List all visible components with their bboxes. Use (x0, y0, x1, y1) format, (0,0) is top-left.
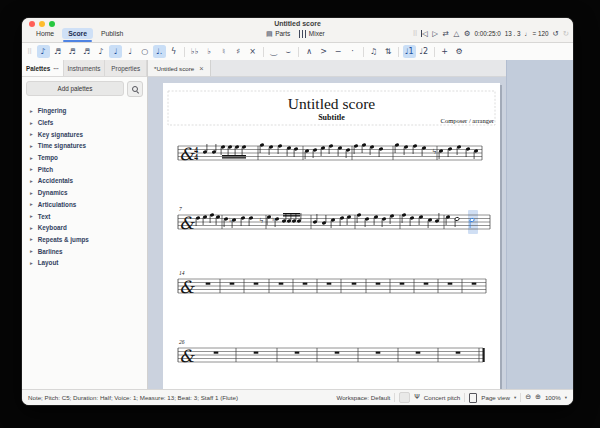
view-mode-selector[interactable]: Page view (481, 394, 510, 401)
palette-item-text[interactable]: ▸Text (22, 210, 147, 222)
tenuto-button[interactable]: − (332, 45, 345, 58)
toolbar-separator (184, 47, 185, 57)
palette-item-barlines[interactable]: ▸Barlines (22, 245, 147, 257)
palette-item-layout[interactable]: ▸Layout (22, 257, 147, 269)
sharp-button[interactable]: ♯ (232, 45, 245, 58)
zoom-out-button[interactable]: ⊖ (525, 394, 531, 401)
score-canvas[interactable]: Untitled scoreSubtitleComposer / arrange… (148, 77, 508, 391)
flip-direction-button[interactable]: ⇅ (382, 45, 395, 58)
customize-toolbar-button[interactable]: + (438, 45, 451, 58)
sixty-fourth-note-button[interactable]: ♬ (51, 45, 64, 58)
drag-handle-icon[interactable]: ⠿ (27, 48, 31, 56)
flat-button[interactable]: ♭ (203, 45, 216, 58)
tab-score[interactable]: Score (62, 28, 93, 39)
marcato-button[interactable]: ∧ (303, 45, 316, 58)
eighth-note-button[interactable]: ♪ (95, 45, 108, 58)
palette-item-dynamics[interactable]: ▸Dynamics (22, 187, 147, 199)
palette-item-repeats-jumps[interactable]: ▸Repeats & jumps (22, 234, 147, 246)
palette-item-articulations[interactable]: ▸Articulations (22, 199, 147, 211)
palette-item-label: Key signatures (38, 131, 83, 138)
treble-clef: & (179, 346, 195, 366)
chevron-down-icon: ▾ (565, 395, 567, 400)
slur-button[interactable]: ⌣ (282, 45, 295, 58)
thirty-second-note-button[interactable]: ♬ (66, 45, 79, 58)
palette-item-accidentals[interactable]: ▸Accidentals (22, 175, 147, 187)
tempo-display[interactable]: ♩ = 120 (524, 30, 548, 37)
natural-button[interactable]: ♮ (217, 45, 230, 58)
note-input-settings-button[interactable]: ⚙ (453, 45, 466, 58)
measure-number: 14 (179, 270, 185, 276)
playback-settings-button[interactable]: ⚙ (464, 30, 471, 38)
parts-label: Parts (275, 30, 290, 37)
selection-status-text: Note; Pitch: C5; Duration: Half; Voice: … (28, 394, 238, 401)
palette-item-pitch[interactable]: ▸Pitch (22, 163, 147, 175)
panel-tab-properties[interactable]: Properties (105, 60, 147, 76)
palette-item-key-signatures[interactable]: ▸Key signatures (22, 128, 147, 140)
palette-item-time-signatures[interactable]: ▸Time signatures (22, 140, 147, 152)
concert-pitch-toggle[interactable]: Concert pitch (424, 394, 460, 401)
zoom-in-button[interactable]: ⊕ (535, 394, 541, 401)
palette-item-tempo[interactable]: ▸Tempo (22, 152, 147, 164)
score-background-strip (506, 60, 573, 390)
mixer-label: Mixer (309, 30, 325, 37)
chevron-right-icon: ▸ (30, 120, 33, 126)
chevron-right-icon: ▸ (30, 260, 33, 266)
parts-button[interactable]: ▤ Parts (266, 30, 290, 38)
score-page[interactable] (163, 83, 500, 391)
tie-button[interactable]: ‿ (267, 45, 280, 58)
staccato-button[interactable]: · (346, 45, 359, 58)
title-bar: Untitled score HomeScorePublish ▤ Parts … (22, 18, 573, 43)
panel-tab-label: Properties (111, 65, 140, 72)
whole-rest (376, 352, 381, 354)
palette-item-keyboard[interactable]: ▸Keyboard (22, 222, 147, 234)
more-options-icon[interactable]: ··· (53, 65, 59, 72)
whole-rest (206, 283, 211, 285)
rewind-button[interactable]: ◁ (421, 30, 428, 38)
panel-tab-instruments[interactable]: Instruments (64, 60, 106, 76)
metronome-button[interactable]: △ (453, 30, 459, 38)
play-button[interactable]: ▷ (432, 30, 438, 38)
tab-publish[interactable]: Publish (95, 28, 129, 39)
search-palettes-button[interactable] (127, 81, 143, 97)
voice-1-button[interactable]: ♩1 (403, 45, 416, 58)
workspace-selector[interactable]: Workspace: Default (336, 394, 390, 401)
palette-item-label: Layout (38, 259, 59, 266)
double-sharp-button[interactable]: × (246, 45, 259, 58)
loop-playback-button[interactable]: ⇄ (443, 30, 449, 38)
mixer-button[interactable]: Mixer (299, 30, 324, 38)
whole-note-button[interactable]: ○ (138, 45, 151, 58)
accent-button[interactable]: > (317, 45, 330, 58)
close-tab-icon[interactable]: × (199, 64, 203, 73)
whole-rest (254, 352, 259, 354)
whole-rest (456, 352, 461, 354)
zoom-level[interactable]: 100% (545, 394, 561, 401)
palette-item-fingering[interactable]: ▸Fingering (22, 105, 147, 117)
score-composer: Composer / arranger (441, 117, 495, 124)
double-flat-button[interactable]: ♭♭ (188, 45, 201, 58)
redo-icon[interactable]: ↻ (563, 29, 569, 38)
drag-handle-icon[interactable]: ⠿ (412, 30, 416, 38)
voice-2-button[interactable]: ♩2 (417, 45, 430, 58)
add-palettes-button[interactable]: Add palettes (26, 81, 124, 96)
quarter-rest: ϟ (432, 148, 437, 156)
palette-item-label: Text (38, 213, 50, 220)
augmentation-dot-button[interactable]: ♩. (153, 45, 166, 58)
quarter-note-button[interactable]: ♩ (109, 45, 122, 58)
rest-button[interactable]: ϟ (167, 45, 180, 58)
tab-home[interactable]: Home (30, 28, 60, 39)
document-tab[interactable]: *Untitled score × (148, 60, 211, 76)
panel-tab-palettes[interactable]: Palettes··· (22, 60, 64, 76)
undo-icon[interactable]: ↺ (552, 29, 558, 38)
playback-buttons: ◁▷⇄△⚙ (421, 30, 471, 38)
page-view-icon (469, 393, 477, 403)
half-note-button[interactable]: ♩ (124, 45, 137, 58)
parts-mixer-group: ▤ Parts Mixer (266, 27, 325, 40)
score-title: Untitled score (288, 95, 375, 112)
main-area: Palettes···InstrumentsProperties Add pal… (22, 60, 573, 390)
palette-item-label: Fingering (38, 107, 67, 114)
palette-item-clefs[interactable]: ▸Clefs (22, 117, 147, 129)
note-input-button[interactable]: ♪ (37, 45, 50, 58)
tuplet-button[interactable]: ♫ (367, 45, 380, 58)
sixteenth-note-button[interactable]: ♬ (80, 45, 93, 58)
treble-clef: & (179, 277, 195, 297)
